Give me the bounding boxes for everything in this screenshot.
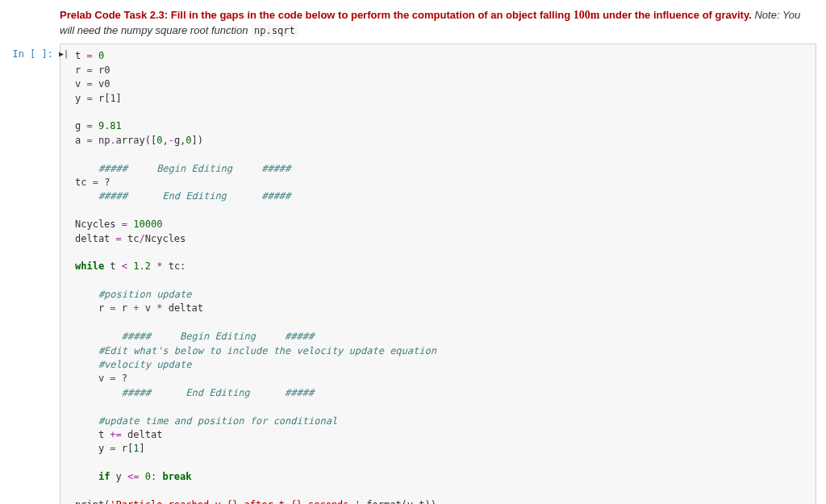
notebook-container: Prelab Code Task 2.3: Fill in the gaps i… [0,0,826,504]
input-prompt: In [ ]: [10,44,60,504]
code-cell[interactable]: In [ ]: ▶| t = 0 r = r0 v = v0 y = r[1] … [10,44,816,504]
code-input-area[interactable]: ▶| t = 0 r = r0 v = v0 y = r[1] g = 9.81… [60,44,816,504]
prelab-task-text: Prelab Code Task 2.3: Fill in the gaps i… [60,6,808,42]
np-sqrt-code: np.sqrt [251,24,298,37]
task-distance: 100m [574,9,600,21]
run-cell-icon[interactable]: ▶| [59,49,69,58]
task-title: Prelab Code Task 2.3: Fill in the gaps i… [60,9,754,21]
code-block[interactable]: t = 0 r = r0 v = v0 y = r[1] g = 9.81 a … [67,49,809,504]
